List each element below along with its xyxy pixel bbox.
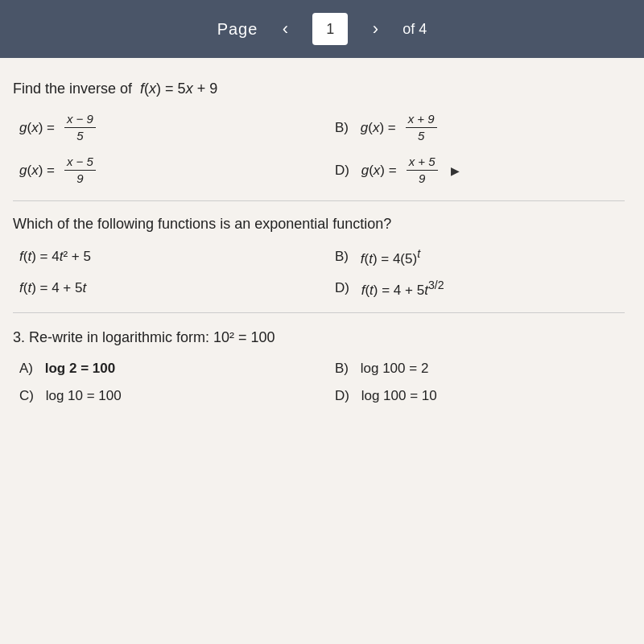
option-1b-prefix: B) — [335, 120, 353, 136]
option-1d-label: g(x) = — [361, 163, 397, 179]
option-3d[interactable]: D) log 100 = 10 — [335, 388, 618, 404]
option-1b-denominator: 5 — [415, 128, 427, 143]
option-1c[interactable]: g(x) = x − 5 9 — [19, 155, 303, 186]
option-2b-prefix: B) — [335, 249, 353, 265]
question-3-block: 3. Re-write in logarithmic form: 10² = 1… — [13, 329, 625, 404]
question-2-options: f(t) = 4t² + 5 B) f(t) = 4(5)t f(t) = 4 … — [13, 247, 625, 298]
option-1c-fraction: x − 5 9 — [64, 155, 96, 186]
option-2d-prefix: D) — [335, 280, 353, 296]
page-label: Page — [217, 20, 258, 39]
option-3a-prefix: A) — [19, 361, 37, 377]
option-3b-prefix: B) — [335, 361, 353, 377]
option-2d[interactable]: D) f(t) = 4 + 5t3/2 — [335, 279, 618, 299]
question-3-options: A) log 2 = 100 B) log 100 = 2 C) log 10 … — [13, 361, 625, 404]
option-3c-prefix: C) — [19, 388, 38, 404]
option-2c-text: f(t) = 4 + 5t — [19, 280, 86, 296]
question-1-block: Find the inverse of f(x) = 5x + 9 g(x) =… — [13, 80, 625, 186]
option-1a-fraction: x − 9 5 — [64, 112, 96, 143]
next-page-button[interactable]: › — [361, 14, 390, 43]
divider-1 — [13, 200, 625, 201]
option-1d-denominator: 9 — [416, 171, 427, 186]
option-1c-label: g(x) = — [19, 163, 55, 179]
question-3-text: 3. Re-write in logarithmic form: 10² = 1… — [13, 329, 625, 346]
question-1-text: Find the inverse of f(x) = 5x + 9 — [13, 80, 625, 97]
question-2-block: Which of the following functions is an e… — [13, 216, 625, 298]
option-1a[interactable]: g(x) = x − 9 5 — [19, 112, 303, 143]
option-2a[interactable]: f(t) = 4t² + 5 — [19, 247, 303, 267]
option-1d[interactable]: D) g(x) = x + 5 9 ▶ — [335, 155, 618, 186]
total-pages: of 4 — [402, 21, 427, 38]
content-area: Find the inverse of f(x) = 5x + 9 g(x) =… — [0, 58, 644, 644]
option-1b-label: g(x) = — [361, 120, 396, 136]
option-3b-text: log 100 = 2 — [361, 361, 429, 377]
page-number-input[interactable]: 1 — [312, 13, 348, 45]
question-1-options: g(x) = x − 9 5 B) g(x) = x + 9 5 g(x) = — [13, 112, 625, 186]
cursor-indicator: ▶ — [451, 164, 460, 177]
question-2-text: Which of the following functions is an e… — [13, 216, 625, 233]
option-2c[interactable]: f(t) = 4 + 5t — [19, 279, 303, 299]
divider-2 — [13, 312, 625, 313]
option-2b[interactable]: B) f(t) = 4(5)t — [335, 247, 618, 267]
option-1c-numerator: x − 5 — [64, 155, 96, 171]
option-1a-numerator: x − 9 — [64, 112, 96, 128]
option-1b-numerator: x + 9 — [406, 112, 437, 128]
option-1b[interactable]: B) g(x) = x + 9 5 — [335, 112, 618, 143]
option-2a-text: f(t) = 4t² + 5 — [19, 249, 91, 265]
option-1b-fraction: x + 9 5 — [406, 112, 437, 143]
option-3c-text: log 10 = 100 — [46, 388, 122, 404]
option-1d-prefix: D) — [335, 163, 353, 179]
option-1d-fraction: x + 5 9 — [407, 155, 438, 186]
prev-page-button[interactable]: ‹ — [270, 14, 299, 43]
option-3a[interactable]: A) log 2 = 100 — [19, 361, 303, 377]
option-3b[interactable]: B) log 100 = 2 — [335, 361, 618, 377]
option-1a-label: g(x) = — [19, 120, 55, 136]
option-1a-denominator: 5 — [74, 128, 85, 143]
option-3d-text: log 100 = 10 — [361, 388, 437, 404]
option-1c-denominator: 9 — [74, 171, 85, 186]
option-3d-prefix: D) — [335, 388, 353, 404]
option-2d-text: f(t) = 4 + 5t3/2 — [361, 279, 444, 299]
option-2b-text: f(t) = 4(5)t — [361, 247, 420, 267]
header-bar: Page ‹ 1 › of 4 — [0, 0, 644, 58]
option-3c[interactable]: C) log 10 = 100 — [19, 388, 303, 404]
option-1d-numerator: x + 5 — [407, 155, 438, 171]
option-3a-text: log 2 = 100 — [45, 361, 115, 377]
